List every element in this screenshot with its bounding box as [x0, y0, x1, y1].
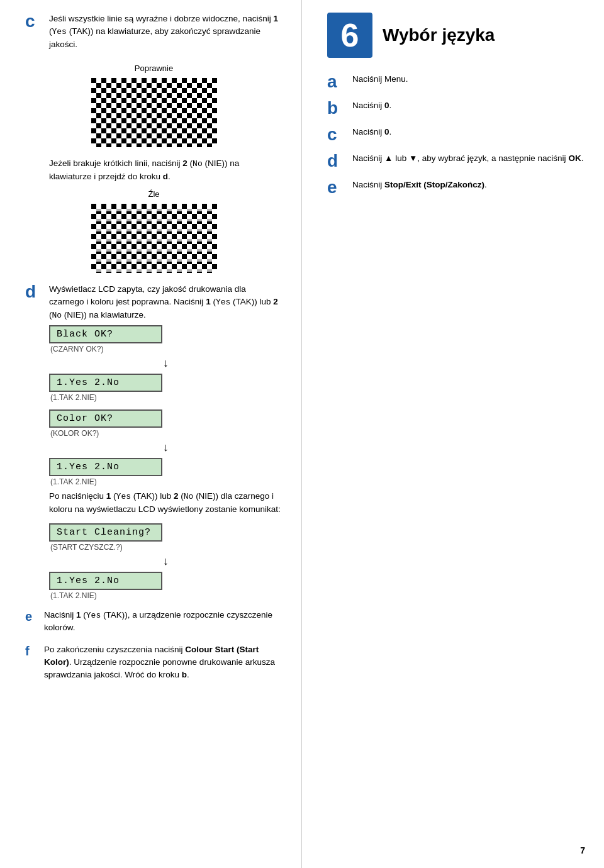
- checkerboard-good-container: [25, 78, 282, 147]
- sd-after-mono3: Yes: [116, 492, 131, 501]
- step-b-letter: b: [327, 99, 345, 117]
- section-6-title: Wybór języka: [383, 25, 495, 45]
- se-mono1: Yes: [86, 611, 101, 620]
- lcd-yes-no-3: 1.Yes 2.No: [49, 572, 162, 590]
- zle-section: Źle: [25, 189, 282, 273]
- step-e-letter: e: [327, 179, 345, 196]
- section-c2-spacer: [25, 157, 43, 183]
- lcd-sequence: Black OK? (CZARNY OK?) ↓ 1.Yes 2.No (1.T…: [49, 321, 282, 600]
- step-d-bold: OK: [568, 153, 581, 163]
- section-c2-p1: Jeżeli brakuje krótkich linii, naciśnij: [49, 159, 182, 168]
- lcd-yes-no-2-caption: (1.TAK 2.NIE): [50, 477, 282, 486]
- se-p1: Naciśnij: [44, 610, 76, 620]
- lcd-black-ok: Black OK?: [49, 325, 162, 343]
- section-c2-row: Jeżeli brakuje krótkich linii, naciśnij …: [25, 157, 282, 183]
- section-c-letter: c: [25, 13, 43, 51]
- step-a: a Naciśnij Menu.: [327, 73, 585, 91]
- section-d-text5: (NIE)) na klawiaturze.: [62, 310, 146, 320]
- section-d-text-block: Wyświetlacz LCD zapyta, czy jakość druko…: [49, 283, 282, 321]
- svg-rect-5: [91, 204, 217, 273]
- step-e-bold: Stop/Exit (Stop/Zakończ): [384, 180, 484, 189]
- section-d-text3: (TAK)) lub: [230, 297, 273, 306]
- section-d-after-text: Po naciśnięciu 1 (Yes (TAK)) lub 2 (No (…: [49, 490, 282, 516]
- poprawnie-label: Poprawnie: [25, 64, 282, 73]
- lcd-yes-no-2: 1.Yes 2.No: [49, 458, 162, 476]
- step-d-text1: Naciśnij ▲ lub ▼, aby wybrać język, a na…: [352, 153, 568, 163]
- step-d-letter: d: [327, 152, 345, 170]
- sd-after-bold4: 2: [174, 491, 179, 501]
- lcd-yes-no-1: 1.Yes 2.No: [49, 374, 162, 392]
- svg-rect-9: [91, 239, 217, 242]
- step-b-bold: 0: [384, 101, 389, 110]
- step-d-text: Naciśnij ▲ lub ▼, aby wybrać język, a na…: [352, 152, 583, 165]
- step-c: c Naciśnij 0.: [327, 126, 585, 143]
- lcd-yes-no-1-caption: (1.TAK 2.NIE): [50, 393, 282, 402]
- lcd-yes-no-3-caption: (1.TAK 2.NIE): [50, 591, 282, 600]
- section-6-header: 6 Wybór języka: [327, 13, 585, 58]
- section-d-bold1: 1: [206, 297, 211, 306]
- section-d-mono2: No: [52, 311, 62, 320]
- section-c-top: c Jeśli wszystkie linie są wyraźne i dob…: [25, 13, 282, 51]
- section-d: d Wyświetlacz LCD zapyta, czy jakość dru…: [25, 283, 282, 600]
- sd-after-3: (TAK)) lub: [131, 491, 174, 501]
- sd-after-mono4: No: [184, 492, 194, 501]
- step-b-text2: .: [389, 101, 392, 110]
- page-number: 7: [580, 845, 585, 855]
- page: c Jeśli wszystkie linie są wyraźne i dob…: [0, 0, 604, 868]
- section-c-text-p3: (TAK)) na klawiaturze, aby zakończyć spr…: [49, 26, 260, 49]
- step-c-text1: Naciśnij: [352, 127, 384, 136]
- lcd-color-ok: Color OK?: [49, 409, 162, 428]
- section-c2-mono1: No: [193, 159, 203, 169]
- lcd-start-cleaning-caption: (START CZYSZCZ.?): [50, 543, 282, 552]
- sd-after-4: (: [179, 491, 184, 501]
- poprawnie-section: Poprawnie: [25, 64, 282, 147]
- step-a-text-span: Naciśnij Menu.: [352, 74, 408, 84]
- section-c2-bold1: 2: [182, 159, 187, 168]
- section-d-bold2: 2: [273, 297, 278, 306]
- svg-rect-7: [91, 219, 217, 221]
- checkerboard-good: [91, 78, 217, 147]
- section-d-inner: d Wyświetlacz LCD zapyta, czy jakość dru…: [25, 283, 282, 321]
- step-c-text2: .: [389, 127, 392, 136]
- section-c-text: Jeśli wszystkie linie są wyraźne i dobrz…: [49, 13, 282, 51]
- arrow-down-2: ↓: [49, 442, 282, 453]
- step-d: d Naciśnij ▲ lub ▼, aby wybrać język, a …: [327, 152, 585, 170]
- sf-p1: Po zakończeniu czyszczenia naciśnij: [44, 645, 185, 654]
- section-c-text-p1: Jeśli wszystkie linie są wyraźne i dobrz…: [49, 14, 273, 23]
- step-c-letter: c: [327, 126, 345, 143]
- section-number-box: 6: [327, 13, 372, 58]
- zle-label: Źle: [25, 189, 282, 199]
- lcd-black-ok-caption: (CZARNY OK?): [50, 345, 282, 353]
- section-e-text: Naciśnij 1 (Yes (TAK)), a urządzenie roz…: [44, 609, 282, 635]
- lcd-start-cleaning: Start Cleaning?: [49, 523, 162, 542]
- section-c2-bold2: d: [163, 172, 168, 181]
- step-a-letter: a: [327, 73, 345, 91]
- arrow-down-1: ↓: [49, 357, 282, 369]
- step-e-text: Naciśnij Stop/Exit (Stop/Zakończ).: [352, 179, 487, 191]
- svg-rect-2: [91, 78, 217, 147]
- step-b-text: Naciśnij 0.: [352, 99, 391, 112]
- arrow-down-3: ↓: [49, 555, 282, 567]
- se-p2: (: [81, 610, 86, 620]
- step-b-text1: Naciśnij: [352, 101, 384, 110]
- section-d-mono1: Yes: [216, 298, 230, 307]
- section-c2-p2: (: [187, 159, 193, 168]
- sf-bold2: b: [182, 670, 187, 679]
- step-a-text: Naciśnij Menu.: [352, 73, 408, 86]
- section-f: f Po zakończeniu czyszczenia naciśnij Co…: [25, 643, 282, 682]
- right-steps: a Naciśnij Menu. b Naciśnij 0. c Naciśni…: [327, 73, 585, 196]
- checkerboard-good-svg: [91, 78, 217, 147]
- step-e: e Naciśnij Stop/Exit (Stop/Zakończ).: [327, 179, 585, 196]
- section-c-mono1: Yes: [52, 27, 67, 36]
- step-c-text: Naciśnij 0.: [352, 126, 391, 138]
- sf-p2: . Urządzenie rozpocznie ponowne drukowan…: [44, 657, 275, 679]
- section-c-bold1: 1: [273, 14, 278, 23]
- section-f-text: Po zakończeniu czyszczenia naciśnij Colo…: [44, 643, 282, 682]
- svg-rect-10: [91, 249, 217, 252]
- lcd-color-ok-caption: (KOLOR OK?): [50, 429, 282, 438]
- svg-rect-8: [91, 229, 217, 231]
- svg-rect-6: [91, 209, 217, 211]
- checkerboard-bad-svg: [91, 204, 217, 273]
- se-bold1: 1: [76, 610, 81, 620]
- svg-rect-12: [91, 269, 217, 272]
